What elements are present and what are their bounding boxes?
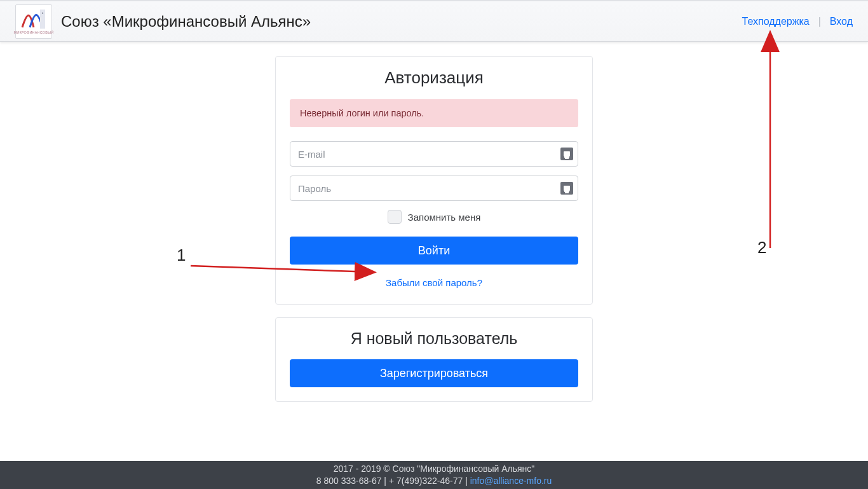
nav-separator: | bbox=[818, 16, 821, 27]
footer-phones: 8 800 333-68-67 | + 7(499)322-46-77 | bbox=[316, 476, 470, 486]
brand: А МИКРОФИНАНСОВЫЙ Союз «Микрофинансовый … bbox=[15, 4, 311, 39]
forgot-row: Забыли свой пароль? bbox=[290, 277, 578, 289]
login-link[interactable]: Вход bbox=[830, 16, 853, 27]
auth-error-alert: Неверный логин или пароль. bbox=[290, 99, 578, 127]
brand-title: Союз «Микрофинансовый Альянс» bbox=[61, 13, 311, 31]
forgot-password-link[interactable]: Забыли свой пароль? bbox=[386, 277, 482, 288]
header-bar: А МИКРОФИНАНСОВЫЙ Союз «Микрофинансовый … bbox=[0, 0, 868, 42]
auth-card: Авторизация Неверный логин или пароль. З… bbox=[275, 56, 593, 305]
email-field-wrap bbox=[290, 141, 578, 167]
login-button[interactable]: Войти bbox=[290, 237, 578, 265]
auth-title: Авторизация bbox=[290, 68, 578, 88]
main-area: Авторизация Неверный логин или пароль. З… bbox=[0, 42, 868, 461]
annotation-label-1: 1 bbox=[177, 245, 186, 265]
logo: А МИКРОФИНАНСОВЫЙ bbox=[15, 4, 52, 39]
register-button[interactable]: Зарегистрироваться bbox=[290, 359, 578, 387]
password-field[interactable] bbox=[290, 176, 578, 201]
password-field-wrap bbox=[290, 176, 578, 201]
remember-label: Запомнить меня bbox=[408, 212, 481, 223]
remember-checkbox[interactable] bbox=[388, 210, 402, 224]
register-card: Я новый пользователь Зарегистрироваться bbox=[275, 317, 593, 402]
remember-row: Запомнить меня bbox=[290, 210, 578, 224]
annotation-label-2: 2 bbox=[757, 238, 766, 258]
footer-contacts: 8 800 333-68-67 | + 7(499)322-46-77 | in… bbox=[316, 475, 552, 487]
register-title: Я новый пользователь bbox=[290, 329, 578, 348]
email-field[interactable] bbox=[290, 141, 578, 167]
autofill-icon[interactable] bbox=[560, 182, 573, 195]
footer-copyright: 2017 - 2019 © Союз "Микрофинансовый Алья… bbox=[334, 463, 535, 475]
footer-email-link[interactable]: info@alliance-mfo.ru bbox=[470, 476, 552, 486]
support-link[interactable]: Техподдержка bbox=[742, 16, 810, 27]
header-nav: Техподдержка | Вход bbox=[742, 16, 853, 27]
logo-icon: А bbox=[21, 8, 46, 30]
logo-caption: МИКРОФИНАНСОВЫЙ bbox=[14, 31, 54, 34]
footer: 2017 - 2019 © Союз "Микрофинансовый Алья… bbox=[0, 461, 868, 489]
autofill-icon[interactable] bbox=[560, 148, 573, 160]
